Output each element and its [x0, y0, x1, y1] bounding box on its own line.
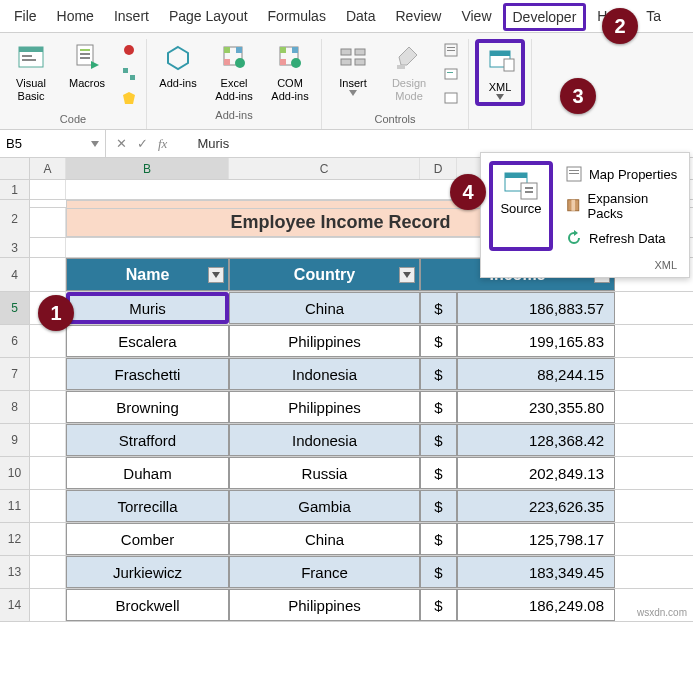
- xml-expansion-packs[interactable]: Expansion Packs: [563, 187, 681, 225]
- excel-addins-button[interactable]: Excel Add-ins: [209, 39, 259, 105]
- row-header[interactable]: 2: [0, 200, 30, 238]
- cell-name[interactable]: Duham: [66, 457, 229, 489]
- cell-income[interactable]: 88,244.15: [457, 358, 615, 390]
- view-code-button[interactable]: [440, 63, 462, 85]
- cell-name[interactable]: Jurkiewicz: [66, 556, 229, 588]
- properties-button[interactable]: [440, 39, 462, 61]
- row-header[interactable]: 3: [0, 238, 30, 257]
- cell-name[interactable]: Strafford: [66, 424, 229, 456]
- tab-file[interactable]: File: [4, 2, 47, 32]
- insert-control-button[interactable]: Insert: [328, 39, 378, 98]
- cell-country[interactable]: Philippines: [229, 391, 420, 423]
- row-header[interactable]: 11: [0, 490, 30, 522]
- cell-income[interactable]: 186,249.08: [457, 589, 615, 621]
- cell-income[interactable]: 202,849.13: [457, 457, 615, 489]
- xml-refresh-data[interactable]: Refresh Data: [563, 225, 681, 251]
- cell-country[interactable]: Philippines: [229, 589, 420, 621]
- cell-income[interactable]: 186,883.57: [457, 292, 615, 324]
- filter-button[interactable]: [208, 267, 224, 283]
- tab-home[interactable]: Home: [47, 2, 104, 32]
- design-mode-label: Design Mode: [386, 77, 432, 103]
- addins-button[interactable]: Add-ins: [153, 39, 203, 92]
- use-relative-button[interactable]: [118, 63, 140, 85]
- cell-currency[interactable]: $: [420, 325, 457, 357]
- tab-formulas[interactable]: Formulas: [258, 2, 336, 32]
- group-code: Visual Basic Macros Code: [0, 39, 147, 129]
- row-header[interactable]: 9: [0, 424, 30, 456]
- col-header-c[interactable]: C: [229, 158, 420, 179]
- tab-developer[interactable]: Developer: [503, 3, 587, 31]
- run-dialog-button[interactable]: [440, 87, 462, 109]
- cell-income[interactable]: 199,165.83: [457, 325, 615, 357]
- cell-currency[interactable]: $: [420, 391, 457, 423]
- cell-currency[interactable]: $: [420, 490, 457, 522]
- name-box-input[interactable]: [6, 136, 76, 151]
- row-header[interactable]: 5: [0, 292, 30, 324]
- tab-insert[interactable]: Insert: [104, 2, 159, 32]
- accept-icon[interactable]: ✓: [137, 136, 148, 151]
- cell-name[interactable]: Brockwell: [66, 589, 229, 621]
- cell-name[interactable]: Torrecilla: [66, 490, 229, 522]
- cell-name[interactable]: Fraschetti: [66, 358, 229, 390]
- record-macro-button[interactable]: [118, 39, 140, 61]
- macro-security-button[interactable]: [118, 87, 140, 109]
- cell-name[interactable]: Escalera: [66, 325, 229, 357]
- cell-name[interactable]: Browning: [66, 391, 229, 423]
- col-header-a[interactable]: A: [30, 158, 66, 179]
- xml-source-button[interactable]: Source: [489, 161, 553, 251]
- row-header[interactable]: 1: [0, 180, 30, 199]
- name-box[interactable]: [0, 130, 106, 157]
- cell-country[interactable]: Indonesia: [229, 358, 420, 390]
- row-header[interactable]: 10: [0, 457, 30, 489]
- cell-currency[interactable]: $: [420, 424, 457, 456]
- cell-income[interactable]: 230,355.80: [457, 391, 615, 423]
- filter-button[interactable]: [399, 267, 415, 283]
- cell-income[interactable]: 223,626.35: [457, 490, 615, 522]
- tab-review[interactable]: Review: [386, 2, 452, 32]
- tab-page-layout[interactable]: Page Layout: [159, 2, 258, 32]
- cell-name[interactable]: Muris: [66, 292, 229, 324]
- cell-currency[interactable]: $: [420, 589, 457, 621]
- chevron-down-icon[interactable]: [91, 141, 99, 147]
- cell-currency[interactable]: $: [420, 292, 457, 324]
- cell-country[interactable]: France: [229, 556, 420, 588]
- row-header[interactable]: 8: [0, 391, 30, 423]
- tab-view[interactable]: View: [451, 2, 501, 32]
- col-header-d[interactable]: D: [420, 158, 457, 179]
- com-addins-button[interactable]: COM Add-ins: [265, 39, 315, 105]
- cell-currency[interactable]: $: [420, 358, 457, 390]
- row-header[interactable]: 7: [0, 358, 30, 390]
- cell-income[interactable]: 125,798.17: [457, 523, 615, 555]
- row-header[interactable]: 6: [0, 325, 30, 357]
- cell-currency[interactable]: $: [420, 556, 457, 588]
- row-header[interactable]: 14: [0, 589, 30, 621]
- row-header[interactable]: 4: [0, 258, 30, 291]
- watermark: wsxdn.com: [637, 607, 687, 618]
- cell-currency[interactable]: $: [420, 457, 457, 489]
- cell-currency[interactable]: $: [420, 523, 457, 555]
- cell-country[interactable]: Russia: [229, 457, 420, 489]
- design-mode-button[interactable]: Design Mode: [384, 39, 434, 105]
- fx-icon[interactable]: fx: [158, 136, 167, 152]
- cell-country[interactable]: China: [229, 292, 420, 324]
- row-header[interactable]: 12: [0, 523, 30, 555]
- row-header[interactable]: 13: [0, 556, 30, 588]
- xml-map-properties[interactable]: Map Properties: [563, 161, 681, 187]
- cancel-icon[interactable]: ✕: [116, 136, 127, 151]
- expansion-packs-icon: [565, 197, 582, 215]
- cell-name[interactable]: Comber: [66, 523, 229, 555]
- col-header-b[interactable]: B: [66, 158, 229, 179]
- cell-country[interactable]: Philippines: [229, 325, 420, 357]
- cell-country[interactable]: China: [229, 523, 420, 555]
- xml-button[interactable]: XML: [475, 39, 525, 106]
- cell-income[interactable]: 128,368.42: [457, 424, 615, 456]
- cell-country[interactable]: Gambia: [229, 490, 420, 522]
- formula-value[interactable]: Muris: [197, 136, 229, 151]
- select-all-corner[interactable]: [0, 158, 30, 179]
- tab-overflow[interactable]: Ta: [636, 2, 671, 32]
- macros-button[interactable]: Macros: [62, 39, 112, 92]
- cell-country[interactable]: Indonesia: [229, 424, 420, 456]
- tab-data[interactable]: Data: [336, 2, 386, 32]
- cell-income[interactable]: 183,349.45: [457, 556, 615, 588]
- visual-basic-button[interactable]: Visual Basic: [6, 39, 56, 105]
